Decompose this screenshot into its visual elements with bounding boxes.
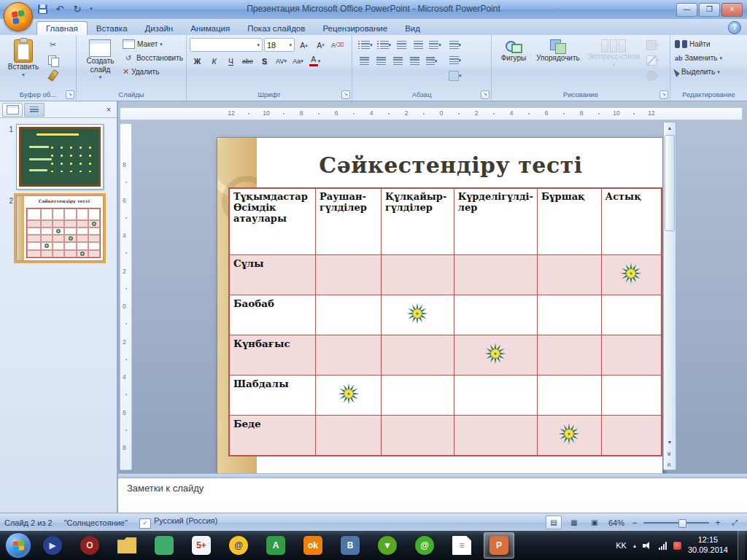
hidden-icons-button[interactable]: ▴ (633, 542, 636, 549)
horizontal-ruler[interactable]: 12108642024681012 (120, 107, 743, 120)
vertical-scrollbar[interactable]: ▲ ▼ » « (663, 122, 676, 470)
show-desktop-button[interactable] (738, 531, 745, 560)
dialog-launcher-icon[interactable]: ↘ (659, 90, 668, 99)
justify-button[interactable] (407, 54, 422, 68)
mailru-taskbar-button[interactable]: @ (223, 532, 254, 559)
close-button[interactable]: × (721, 3, 743, 17)
shape-outline-button[interactable]: ▾ (645, 53, 661, 67)
grow-font-button[interactable]: А▴ (296, 38, 311, 52)
fit-to-window-button[interactable]: ⤢ (727, 516, 743, 529)
align-left-button[interactable] (357, 54, 372, 68)
language-indicator[interactable]: KK (616, 541, 627, 550)
column-header[interactable]: Тұқымдастар Өсімдік атаулары (229, 188, 315, 255)
new-slide-button[interactable]: Создать слайд ▾ (80, 38, 121, 80)
shape-fill-button[interactable]: ▾ (645, 38, 661, 52)
dialog-launcher-icon[interactable]: ↘ (66, 90, 74, 99)
change-case-button[interactable]: Aa▾ (290, 54, 306, 68)
notes-pane[interactable]: Заметки к слайду (118, 478, 747, 513)
redo-button[interactable]: ↻ (70, 2, 85, 15)
dialog-launcher-icon[interactable]: ↘ (481, 90, 489, 99)
green-app-taskbar-button[interactable] (149, 532, 179, 559)
table-cell[interactable] (315, 255, 381, 295)
notes-splitter[interactable] (118, 473, 747, 478)
row-label[interactable]: Сұлы (229, 255, 315, 295)
volume-icon[interactable] (643, 541, 652, 550)
strikethrough-button[interactable]: abe (240, 54, 255, 68)
zoom-in-button[interactable]: + (713, 518, 722, 528)
table-cell[interactable] (537, 376, 601, 416)
table-cell[interactable] (537, 335, 601, 376)
table-cell[interactable] (382, 295, 454, 335)
columns-button[interactable]: ▾ (424, 54, 439, 68)
tab-outline[interactable] (24, 103, 44, 117)
character-spacing-button[interactable]: AV▾ (274, 54, 289, 68)
table-cell[interactable] (454, 376, 537, 416)
copy-button[interactable] (45, 53, 61, 67)
paste-button[interactable]: Вставить ▾ (3, 38, 44, 78)
table-cell[interactable] (601, 376, 662, 416)
format-painter-button[interactable] (45, 69, 61, 82)
underline-button[interactable]: Ч (223, 54, 239, 68)
undo-button[interactable]: ↶ (53, 2, 67, 15)
clear-formatting-button[interactable]: A⌫ (330, 38, 345, 52)
table-cell[interactable] (601, 335, 662, 376)
zoom-slider-knob[interactable] (678, 519, 686, 528)
tab-slideshow[interactable]: Показ слайдов (239, 22, 314, 35)
zoom-level[interactable]: 64% (608, 518, 624, 527)
scroll-down-button[interactable]: ▼ (665, 437, 675, 448)
normal-view-button[interactable]: ▤ (546, 516, 562, 529)
tab-home[interactable]: Главная (36, 21, 88, 35)
clock[interactable]: 12:15 30.09.2014 (688, 535, 731, 556)
downloads-taskbar-button[interactable]: ▼ (372, 532, 403, 559)
vkontakte-taskbar-button[interactable]: В (335, 532, 365, 559)
row-label[interactable]: Баобаб (229, 295, 315, 335)
align-right-button[interactable] (390, 54, 406, 68)
column-header[interactable]: Раушан-гүлділер (315, 188, 381, 255)
font-size-combobox[interactable]: 18▾ (264, 38, 295, 52)
column-header[interactable]: Күрделігүлді-лер (454, 188, 537, 255)
text-direction-button[interactable]: ▾ (447, 38, 463, 52)
tab-animation[interactable]: Анимация (182, 22, 239, 35)
quick-styles-button[interactable]: Экспресс-стили ▾ (584, 38, 643, 68)
media-player-taskbar-button[interactable]: ▶ (37, 532, 68, 559)
qat-customize-button[interactable]: ▾ (88, 2, 95, 15)
theme-name[interactable]: "Солнцестояние" (64, 518, 128, 527)
delete-slide-button[interactable]: ✕Удалить (123, 66, 183, 78)
help-button[interactable]: ? (728, 21, 741, 34)
save-button[interactable] (35, 2, 50, 15)
scrollbar-thumb[interactable] (665, 135, 675, 231)
select-button[interactable]: Выделить▾ (675, 66, 722, 78)
slide-sorter-view-button[interactable]: ▦ (566, 516, 582, 529)
bullets-button[interactable]: ▾ (357, 38, 374, 52)
previous-slide-button[interactable]: » (665, 448, 675, 459)
replace-button[interactable]: abЗаменить▾ (675, 52, 722, 64)
table-cell[interactable] (315, 416, 381, 456)
tab-review[interactable]: Рецензирование (314, 22, 396, 35)
odnoklassniki-taskbar-button[interactable]: ok (298, 532, 328, 559)
layout-button[interactable]: Макет▾ (123, 38, 183, 50)
align-center-button[interactable] (374, 54, 389, 68)
row-label[interactable]: Шабдалы (229, 376, 315, 416)
column-header[interactable]: Құлқайыр-гүлділер (382, 188, 454, 255)
mailru-agent-taskbar-button[interactable]: @ (409, 532, 440, 559)
table-cell[interactable] (382, 335, 454, 376)
slide[interactable]: Сәйкестендіру тесті Тұқымдастар Өсімдік … (217, 137, 663, 473)
five-plus-app-taskbar-button[interactable]: 5+ (186, 532, 217, 559)
start-button[interactable] (5, 532, 31, 559)
zoom-out-button[interactable]: − (630, 518, 639, 528)
office-button[interactable] (4, 2, 33, 31)
table-cell[interactable] (537, 416, 601, 456)
network-icon[interactable] (659, 542, 667, 550)
slide-thumbnail-2[interactable]: Сәйкестендіру тесті (16, 195, 104, 261)
table-cell[interactable] (454, 416, 537, 456)
word-document-taskbar-button[interactable]: ≡ (446, 532, 477, 559)
text-shadow-button[interactable]: S (257, 54, 272, 68)
slide-thumbnail-1[interactable] (16, 124, 104, 190)
cut-button[interactable]: ✂ (45, 38, 61, 52)
table-cell[interactable] (601, 416, 662, 456)
italic-button[interactable]: К (206, 54, 222, 68)
opera-browser-taskbar-button[interactable]: O (74, 532, 105, 559)
row-label[interactable]: Беде (229, 416, 315, 456)
spellcheck-status[interactable]: ✓Русский (Россия) (139, 516, 217, 529)
flower-marker[interactable] (558, 434, 580, 448)
